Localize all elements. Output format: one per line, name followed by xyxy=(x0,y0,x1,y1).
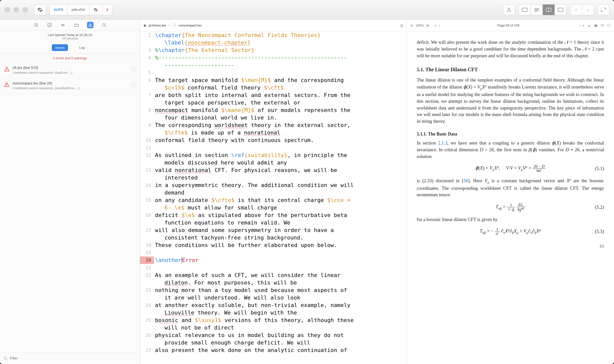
code-line[interactable]: 24at another exactly soluble, but non-tr… xyxy=(140,302,406,309)
issue-disclosure[interactable]: › xyxy=(131,66,136,72)
code-line[interactable]: 10conformal field theory with continuous… xyxy=(140,136,406,144)
code-line[interactable]: 15on any candidate $\cfte$ is that its c… xyxy=(140,196,406,204)
issue-item[interactable]: noncompact.tex (line 20)Undefined contro… xyxy=(0,78,140,94)
code-line[interactable]: $\cfte$ is made up of a nonrational xyxy=(140,129,406,136)
code-line[interactable]: 13valid nonrational CFT. For physical re… xyxy=(140,166,406,174)
gutter-line-number: 23 xyxy=(140,286,154,294)
code-line[interactable]: \label{noncompact-chapter} xyxy=(140,39,406,46)
code-line[interactable]: 7are both split into internal and extern… xyxy=(140,92,406,99)
tab-log[interactable]: Log xyxy=(76,44,88,51)
code-line[interactable]: --------------------- xyxy=(140,62,406,69)
math-mode-icon[interactable]: π xyxy=(400,22,403,29)
typeset-segment: AUTO pdfLaTeX 2 xyxy=(50,4,112,15)
tab-issues[interactable]: Issues xyxy=(52,44,68,51)
code-line[interactable]: 12As outlined in section \ref{suitabilit… xyxy=(140,152,406,159)
layout-editor-only[interactable] xyxy=(518,4,530,15)
engine-select[interactable]: pdfLaTeX xyxy=(68,4,90,15)
code-text: \label{noncompact-chapter} xyxy=(154,39,406,46)
filter-input[interactable] xyxy=(10,356,136,360)
sliders-icon[interactable]: ⚌ xyxy=(588,24,591,27)
code-line[interactable]: 6The target space manifold $\man{M}$ and… xyxy=(140,76,406,84)
code-line[interactable]: 20\anotherError xyxy=(140,256,406,264)
code-line[interactable]: 17will also demand some supersymmetry in… xyxy=(140,226,406,234)
layout-split[interactable] xyxy=(542,4,554,15)
chevron-right-icon: › xyxy=(168,24,170,27)
auto-typeset-button[interactable]: AUTO xyxy=(50,4,68,15)
history-nav-group: ‹ › xyxy=(570,4,594,15)
code-line[interactable]: models discussed here would admit any xyxy=(140,159,406,166)
code-line[interactable]: 22As an example of such a CFT, we will c… xyxy=(140,272,406,279)
code-line[interactable]: dilaton. For most purposes, this will be xyxy=(140,279,406,286)
code-line[interactable]: 6- \e$ must allow for small charge xyxy=(140,204,406,212)
code-line[interactable]: 18These conditions will be further elabo… xyxy=(140,242,406,249)
code-line[interactable]: 27also present the work done on the anal… xyxy=(140,346,406,354)
todos-button[interactable] xyxy=(46,22,52,28)
zoom-out-button[interactable]: ⊖ xyxy=(410,24,413,27)
code-line[interactable]: demand xyxy=(140,189,406,196)
editor-header: ◉ jd-thesis.tex › 📄 noncompact.tex π xyxy=(140,20,406,32)
share-button[interactable] xyxy=(503,4,515,15)
code-line[interactable]: 23nothing more than a toy model used bec… xyxy=(140,286,406,294)
code-line[interactable]: target space perspective, the external o… xyxy=(140,99,406,106)
code-line[interactable]: it are well understood. We will also loo… xyxy=(140,294,406,302)
code-line[interactable]: $c=15$ conformal field theory $\cft$ xyxy=(140,84,406,92)
layout-text[interactable] xyxy=(530,4,542,15)
traffic-zoom[interactable] xyxy=(22,7,28,12)
outline-button[interactable] xyxy=(33,22,39,28)
preview-page[interactable]: deficit. We will also present the work d… xyxy=(407,32,614,364)
code-line[interactable]: 14in a supersymmetric theory. The additi… xyxy=(140,182,406,189)
code-line[interactable]: interested xyxy=(140,174,406,182)
files-button[interactable] xyxy=(74,22,80,28)
gutter-line-number xyxy=(140,84,154,92)
code-line[interactable]: provide small enough charge deficit. We … xyxy=(140,339,406,346)
fullscreen-button[interactable] xyxy=(598,4,610,15)
preview-ref-56[interactable]: 56 xyxy=(464,178,468,183)
history-back-button[interactable]: ‹ xyxy=(570,4,582,15)
code-line[interactable]: 26physical relevance to us in model buil… xyxy=(140,332,406,339)
panel-search-button[interactable] xyxy=(101,22,107,28)
code-area[interactable]: 2\chapter{The Noncompact Conformal Field… xyxy=(140,32,406,364)
code-line[interactable]: consistent tachyon-free string backgroun… xyxy=(140,234,406,242)
code-line[interactable]: 8noncompact manifold $\mane{M}$ of our m… xyxy=(140,106,406,114)
issue-item[interactable]: cft.tex (line 573)Undefined control sequ… xyxy=(0,63,140,78)
gutter-line-number xyxy=(140,114,154,122)
code-line[interactable]: 9The corresponding worldsheet theory in … xyxy=(140,122,406,129)
prev-page-button[interactable]: ‹ xyxy=(439,24,440,27)
code-line[interactable]: 25bosonic and $\susy1$ versions of this … xyxy=(140,316,406,324)
code-line[interactable]: 3%\chapter{The External Sector} xyxy=(140,46,406,54)
issues-tab-button[interactable] xyxy=(87,22,94,28)
issue-disclosure[interactable]: › xyxy=(131,82,136,87)
history-forward-button[interactable]: › xyxy=(582,4,594,15)
code-line[interactable]: Liouville theory. We will begin with the xyxy=(140,309,406,316)
warning-icon xyxy=(88,23,92,27)
code-line[interactable]: will not be of direct xyxy=(140,324,406,332)
layout-preview-only[interactable] xyxy=(554,4,566,15)
next-page-button[interactable]: › xyxy=(579,24,580,27)
references-button[interactable]: ∞ xyxy=(60,22,66,28)
zoom-in-button[interactable]: ⊕ xyxy=(426,24,429,27)
code-line[interactable]: 5 xyxy=(140,69,406,76)
engine-settings-button[interactable] xyxy=(90,4,102,15)
code-line[interactable]: 2\chapter{The Noncompact Conformal Field… xyxy=(140,32,406,39)
breadcrumb-current[interactable]: noncompact.tex xyxy=(179,24,202,27)
grid-icon[interactable]: ▦ xyxy=(594,24,597,27)
settings-button[interactable] xyxy=(34,4,46,15)
code-line[interactable]: 19 xyxy=(140,249,406,256)
traffic-minimize[interactable] xyxy=(14,7,19,12)
code-line[interactable]: 11 xyxy=(140,144,406,152)
last-page-button[interactable]: » xyxy=(582,24,584,27)
preview-ref-2-1-3[interactable]: 2.1.3 xyxy=(438,140,447,146)
code-line[interactable]: four dimensional world we live in. xyxy=(140,114,406,122)
traffic-close[interactable] xyxy=(4,7,10,12)
gutter-line-number xyxy=(140,129,154,136)
first-page-button[interactable]: « xyxy=(434,24,436,27)
display-icon[interactable]: 🖵 xyxy=(607,24,610,27)
crop-icon[interactable]: ◰ xyxy=(601,24,604,27)
error-count-button[interactable]: 2 xyxy=(102,4,112,15)
code-line[interactable]: function equations to remain valid. We xyxy=(140,219,406,226)
code-line[interactable]: 4%--------------------------------------… xyxy=(140,54,406,62)
code-line[interactable]: 16deficit $\e$ as stipulated above for t… xyxy=(140,212,406,219)
code-text: at another exactly soluble, but non-triv… xyxy=(154,302,406,309)
breadcrumb-root[interactable]: jd-thesis.tex xyxy=(149,24,166,27)
code-line[interactable]: 21 xyxy=(140,264,406,272)
